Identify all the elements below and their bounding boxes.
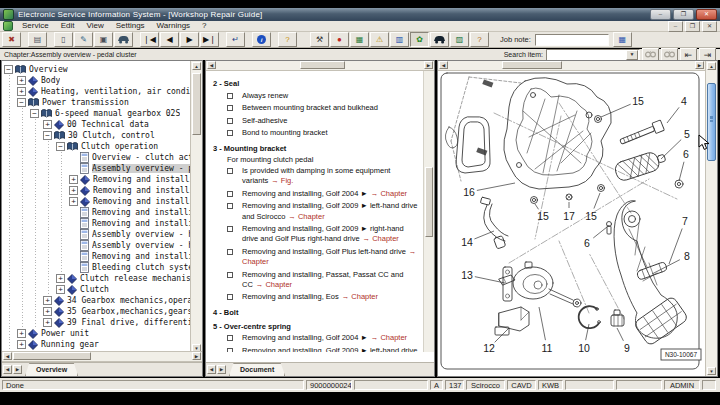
tree-scroll-thumb[interactable] (192, 73, 201, 135)
scroll-left-icon[interactable]: ◀ (3, 352, 12, 360)
expand-icon[interactable]: + (43, 296, 52, 305)
tree-item-21[interactable]: +34 Gearbox mechanics,operat (3, 295, 190, 306)
tree-item-7[interactable]: −Clutch operation (3, 141, 190, 152)
tree-vertical-scrollbar[interactable]: ▲ ▼ (190, 61, 202, 353)
expand-icon[interactable]: + (43, 120, 52, 129)
tools-button[interactable]: ⚒ (310, 32, 329, 47)
search-item-combo[interactable]: ▼ (546, 49, 640, 61)
scroll-right-icon[interactable]: ▶ (192, 352, 201, 360)
print-button[interactable]: ▤ (28, 32, 47, 47)
expand-icon[interactable]: + (56, 274, 65, 283)
tab-scroll-left-icon[interactable]: ◀ (207, 365, 216, 374)
scroll-left-icon[interactable]: ◀ (207, 61, 216, 69)
tree-item-19[interactable]: +Clutch release mechanism (3, 273, 190, 284)
document-hscroll-thumb[interactable] (300, 61, 345, 69)
leaf-button[interactable]: ✿ (410, 32, 429, 47)
query-button[interactable]: ? (470, 32, 489, 47)
menu-item-warnings[interactable]: Warnings (151, 21, 197, 31)
tree-item-10[interactable]: +Removing and installing (3, 174, 190, 185)
tree-item-12[interactable]: +Removing and installing (3, 196, 190, 207)
scroll-right-icon[interactable]: ▶ (695, 61, 704, 69)
minimize-button[interactable]: – (650, 9, 671, 20)
document-top-scrollbar[interactable]: ◀ ▶ (206, 61, 434, 71)
expand-icon[interactable]: + (17, 340, 26, 349)
collapse-icon[interactable]: − (17, 98, 26, 107)
scroll-up-icon[interactable]: ▲ (707, 62, 716, 70)
expand-icon[interactable]: + (43, 307, 52, 316)
expand-icon[interactable]: + (69, 186, 78, 195)
reference-link[interactable]: → Chapter (256, 280, 292, 289)
vehicle-dark-button[interactable] (430, 32, 449, 47)
tree-item-14[interactable]: Removing and installing (3, 218, 190, 229)
scroll-up-icon[interactable]: ▲ (192, 62, 201, 70)
menu-item-edit[interactable]: Edit (55, 21, 81, 31)
scroll-right-icon[interactable]: ▶ (424, 61, 433, 69)
tab-scroll-left-icon[interactable]: ◀ (3, 365, 12, 374)
exit-button[interactable]: ✖ (2, 32, 21, 47)
expand-icon[interactable]: + (56, 285, 65, 294)
tab-document[interactable]: Document (229, 363, 285, 376)
chevron-down-icon[interactable]: ▼ (626, 50, 638, 60)
tree-item-17[interactable]: Removing and installing (3, 251, 190, 262)
next-page-button[interactable]: ▶ (180, 32, 199, 47)
job-note-input[interactable] (535, 34, 609, 46)
reference-link[interactable]: → Chapter (371, 189, 407, 198)
tree-item-24[interactable]: +Power unit (3, 328, 190, 339)
collapse-icon[interactable]: − (4, 65, 13, 74)
document-vertical-scrollbar[interactable] (423, 71, 434, 352)
tab-scroll-right-icon[interactable]: ▶ (217, 365, 226, 374)
illustration-top-scrollbar[interactable]: ◀ ▶ (438, 61, 705, 71)
menu-item-view[interactable]: View (80, 21, 109, 31)
job-note-browse-button[interactable]: ▦ (613, 32, 632, 47)
collapse-icon[interactable]: − (56, 142, 65, 151)
reference-link[interactable]: → Chapter (371, 333, 407, 342)
first-page-button[interactable]: ❘◀ (140, 32, 159, 47)
return-button[interactable]: ↵ (226, 32, 245, 47)
tree-item-8[interactable]: Overview - clutch actua (3, 152, 190, 163)
reference-link[interactable]: → Fig. (271, 176, 293, 185)
tree-item-20[interactable]: +Clutch (3, 284, 190, 295)
tree-item-2[interactable]: +Heating, ventilation, air condi (3, 86, 190, 97)
stop-button[interactable]: ● (330, 32, 349, 47)
menu-item-?[interactable]: ? (196, 21, 212, 31)
tree-horizontal-scrollbar[interactable]: ◀ ▶ (2, 351, 202, 362)
tree-hscroll-thumb[interactable] (13, 352, 91, 360)
illustration-hscroll-thumb[interactable] (502, 61, 562, 69)
tree-item-13[interactable]: Removing and installing (3, 207, 190, 218)
table-button[interactable]: ▦ (350, 32, 369, 47)
help-button[interactable]: ? (278, 32, 297, 47)
document-scroll-thumb[interactable] (425, 167, 433, 237)
scroll-left-icon[interactable]: ◀ (439, 61, 448, 69)
tree-item-1[interactable]: +Body (3, 75, 190, 86)
tree-item-9[interactable]: Assembly overview - ped (3, 163, 190, 174)
tab-overview[interactable]: Overview (25, 363, 78, 376)
new-document-button[interactable]: ▯ (54, 32, 73, 47)
copy-document-button[interactable]: ▣ (94, 32, 113, 47)
scroll-down-icon[interactable]: ▼ (707, 367, 716, 375)
tab-scroll-right-icon[interactable]: ▶ (13, 365, 22, 374)
tree-item-11[interactable]: +Removing and installing (3, 185, 190, 196)
vehicle-button[interactable] (114, 32, 133, 47)
reference-link[interactable]: → Chapter (363, 234, 399, 243)
expand-icon[interactable]: + (69, 175, 78, 184)
illustration-vertical-scrollbar[interactable]: ▲ ▼ (705, 61, 717, 376)
reference-link[interactable]: → Chapter (288, 212, 324, 221)
collapse-icon[interactable]: − (30, 109, 39, 118)
document-check-button[interactable]: ▨ (450, 32, 469, 47)
child-close-button[interactable]: ✕ (702, 21, 717, 32)
maximize-button[interactable]: ❐ (673, 9, 694, 20)
tree-item-5[interactable]: +00 Technical data (3, 119, 190, 130)
expand-icon[interactable]: + (69, 197, 78, 206)
tree-item-22[interactable]: +35 Gearbox,mechanics,gears, (3, 306, 190, 317)
expand-icon[interactable]: + (17, 329, 26, 338)
reference-link[interactable]: → Chapter (242, 247, 416, 266)
tree-item-18[interactable]: Bleeding clutch system (3, 262, 190, 273)
expand-icon[interactable]: + (17, 76, 26, 85)
previous-page-button[interactable]: ◀ (160, 32, 179, 47)
reference-link[interactable]: → Chapter (342, 292, 378, 301)
collapse-icon[interactable]: − (43, 131, 52, 140)
child-system-menu-icon[interactable] (3, 21, 13, 31)
expand-icon[interactable]: + (17, 87, 26, 96)
tree-item-0[interactable]: −Overview (3, 64, 190, 75)
edit-document-button[interactable]: ✎ (74, 32, 93, 47)
